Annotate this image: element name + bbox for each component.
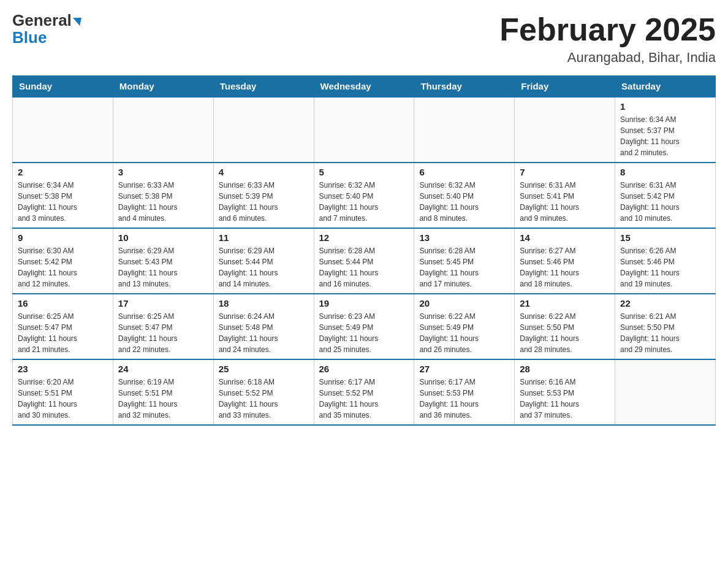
day-number: 1: [620, 101, 710, 112]
calendar-cell: 11Sunrise: 6:29 AMSunset: 5:44 PMDayligh…: [213, 228, 314, 294]
calendar-cell: 19Sunrise: 6:23 AMSunset: 5:49 PMDayligh…: [314, 294, 414, 359]
day-number: 19: [319, 298, 409, 308]
day-info: Sunrise: 6:22 AMSunset: 5:50 PMDaylight:…: [520, 311, 610, 355]
day-number: 12: [319, 232, 409, 243]
calendar-cell: 1Sunrise: 6:34 AMSunset: 5:37 PMDaylight…: [615, 97, 716, 163]
day-number: 16: [18, 298, 108, 308]
calendar-cell: 3Sunrise: 6:33 AMSunset: 5:38 PMDaylight…: [113, 163, 213, 228]
calendar-header-row: SundayMondayTuesdayWednesdayThursdayFrid…: [13, 76, 716, 98]
calendar-cell: [515, 97, 615, 163]
day-number: 28: [520, 364, 610, 374]
day-number: 6: [419, 167, 509, 177]
day-number: 17: [118, 298, 208, 308]
month-title: February 2025: [499, 12, 716, 47]
calendar-cell: 4Sunrise: 6:33 AMSunset: 5:39 PMDaylight…: [213, 163, 314, 228]
day-info: Sunrise: 6:19 AMSunset: 5:51 PMDaylight:…: [118, 377, 208, 421]
calendar-week-4: 16Sunrise: 6:25 AMSunset: 5:47 PMDayligh…: [13, 294, 716, 359]
day-header-friday: Friday: [515, 76, 615, 98]
day-header-saturday: Saturday: [615, 76, 716, 98]
day-number: 3: [118, 167, 208, 177]
calendar-cell: 17Sunrise: 6:25 AMSunset: 5:47 PMDayligh…: [113, 294, 213, 359]
calendar-cell: 21Sunrise: 6:22 AMSunset: 5:50 PMDayligh…: [515, 294, 615, 359]
day-info: Sunrise: 6:24 AMSunset: 5:48 PMDaylight:…: [219, 311, 309, 355]
calendar-cell: 28Sunrise: 6:16 AMSunset: 5:53 PMDayligh…: [515, 359, 615, 425]
day-info: Sunrise: 6:16 AMSunset: 5:53 PMDaylight:…: [520, 377, 610, 421]
calendar-cell: [615, 359, 716, 425]
day-header-tuesday: Tuesday: [213, 76, 314, 98]
day-number: 18: [219, 298, 309, 308]
calendar-cell: 6Sunrise: 6:32 AMSunset: 5:40 PMDaylight…: [414, 163, 515, 228]
day-info: Sunrise: 6:23 AMSunset: 5:49 PMDaylight:…: [319, 311, 409, 355]
calendar-cell: 9Sunrise: 6:30 AMSunset: 5:42 PMDaylight…: [13, 228, 113, 294]
day-info: Sunrise: 6:25 AMSunset: 5:47 PMDaylight:…: [118, 311, 208, 355]
logo-blue-text: Blue: [12, 29, 47, 45]
calendar-cell: 20Sunrise: 6:22 AMSunset: 5:49 PMDayligh…: [414, 294, 515, 359]
day-number: 24: [118, 364, 208, 374]
location: Aurangabad, Bihar, India: [499, 50, 716, 66]
calendar-table: SundayMondayTuesdayWednesdayThursdayFrid…: [12, 75, 716, 426]
day-info: Sunrise: 6:33 AMSunset: 5:39 PMDaylight:…: [219, 180, 309, 224]
day-info: Sunrise: 6:27 AMSunset: 5:46 PMDaylight:…: [520, 245, 610, 289]
calendar-week-2: 2Sunrise: 6:34 AMSunset: 5:38 PMDaylight…: [13, 163, 716, 228]
day-info: Sunrise: 6:31 AMSunset: 5:42 PMDaylight:…: [620, 180, 710, 224]
calendar-cell: 18Sunrise: 6:24 AMSunset: 5:48 PMDayligh…: [213, 294, 314, 359]
logo-general-text: General: [12, 12, 82, 28]
page-header: General Blue February 2025 Aurangabad, B…: [12, 12, 716, 66]
day-header-sunday: Sunday: [13, 76, 113, 98]
calendar-cell: 23Sunrise: 6:20 AMSunset: 5:51 PMDayligh…: [13, 359, 113, 425]
day-number: 11: [219, 232, 309, 243]
day-info: Sunrise: 6:33 AMSunset: 5:38 PMDaylight:…: [118, 180, 208, 224]
day-number: 4: [219, 167, 309, 177]
day-number: 9: [18, 232, 108, 243]
day-info: Sunrise: 6:26 AMSunset: 5:46 PMDaylight:…: [620, 245, 710, 289]
calendar-cell: 25Sunrise: 6:18 AMSunset: 5:52 PMDayligh…: [213, 359, 314, 425]
calendar-cell: 5Sunrise: 6:32 AMSunset: 5:40 PMDaylight…: [314, 163, 414, 228]
day-info: Sunrise: 6:17 AMSunset: 5:52 PMDaylight:…: [319, 377, 409, 421]
calendar-cell: [213, 97, 314, 163]
calendar-week-3: 9Sunrise: 6:30 AMSunset: 5:42 PMDaylight…: [13, 228, 716, 294]
day-info: Sunrise: 6:20 AMSunset: 5:51 PMDaylight:…: [18, 377, 108, 421]
day-info: Sunrise: 6:32 AMSunset: 5:40 PMDaylight:…: [419, 180, 509, 224]
calendar-cell: 12Sunrise: 6:28 AMSunset: 5:44 PMDayligh…: [314, 228, 414, 294]
calendar-week-1: 1Sunrise: 6:34 AMSunset: 5:37 PMDaylight…: [13, 97, 716, 163]
calendar-cell: 16Sunrise: 6:25 AMSunset: 5:47 PMDayligh…: [13, 294, 113, 359]
day-number: 8: [620, 167, 710, 177]
day-info: Sunrise: 6:28 AMSunset: 5:45 PMDaylight:…: [419, 245, 509, 289]
day-info: Sunrise: 6:25 AMSunset: 5:47 PMDaylight:…: [18, 311, 108, 355]
calendar-cell: 10Sunrise: 6:29 AMSunset: 5:43 PMDayligh…: [113, 228, 213, 294]
day-info: Sunrise: 6:31 AMSunset: 5:41 PMDaylight:…: [520, 180, 610, 224]
day-info: Sunrise: 6:30 AMSunset: 5:42 PMDaylight:…: [18, 245, 108, 289]
day-number: 25: [219, 364, 309, 374]
calendar-cell: 8Sunrise: 6:31 AMSunset: 5:42 PMDaylight…: [615, 163, 716, 228]
day-info: Sunrise: 6:34 AMSunset: 5:37 PMDaylight:…: [620, 114, 710, 158]
day-info: Sunrise: 6:29 AMSunset: 5:44 PMDaylight:…: [219, 245, 309, 289]
day-info: Sunrise: 6:29 AMSunset: 5:43 PMDaylight:…: [118, 245, 208, 289]
day-number: 27: [419, 364, 509, 374]
day-number: 15: [620, 232, 710, 243]
day-number: 21: [520, 298, 610, 308]
calendar-cell: [13, 97, 113, 163]
day-number: 10: [118, 232, 208, 243]
day-header-thursday: Thursday: [414, 76, 515, 98]
calendar-cell: [414, 97, 515, 163]
calendar-week-5: 23Sunrise: 6:20 AMSunset: 5:51 PMDayligh…: [13, 359, 716, 425]
day-info: Sunrise: 6:21 AMSunset: 5:50 PMDaylight:…: [620, 311, 710, 355]
title-section: February 2025 Aurangabad, Bihar, India: [499, 12, 716, 66]
day-number: 26: [319, 364, 409, 374]
calendar-cell: 7Sunrise: 6:31 AMSunset: 5:41 PMDaylight…: [515, 163, 615, 228]
day-number: 20: [419, 298, 509, 308]
day-number: 5: [319, 167, 409, 177]
calendar-cell: 27Sunrise: 6:17 AMSunset: 5:53 PMDayligh…: [414, 359, 515, 425]
calendar-cell: [113, 97, 213, 163]
day-info: Sunrise: 6:28 AMSunset: 5:44 PMDaylight:…: [319, 245, 409, 289]
day-number: 22: [620, 298, 710, 308]
calendar-cell: 22Sunrise: 6:21 AMSunset: 5:50 PMDayligh…: [615, 294, 716, 359]
day-info: Sunrise: 6:18 AMSunset: 5:52 PMDaylight:…: [219, 377, 309, 421]
calendar-cell: 13Sunrise: 6:28 AMSunset: 5:45 PMDayligh…: [414, 228, 515, 294]
day-info: Sunrise: 6:22 AMSunset: 5:49 PMDaylight:…: [419, 311, 509, 355]
calendar-cell: 26Sunrise: 6:17 AMSunset: 5:52 PMDayligh…: [314, 359, 414, 425]
calendar-cell: 15Sunrise: 6:26 AMSunset: 5:46 PMDayligh…: [615, 228, 716, 294]
day-number: 14: [520, 232, 610, 243]
day-info: Sunrise: 6:34 AMSunset: 5:38 PMDaylight:…: [18, 180, 108, 224]
day-number: 23: [18, 364, 108, 374]
